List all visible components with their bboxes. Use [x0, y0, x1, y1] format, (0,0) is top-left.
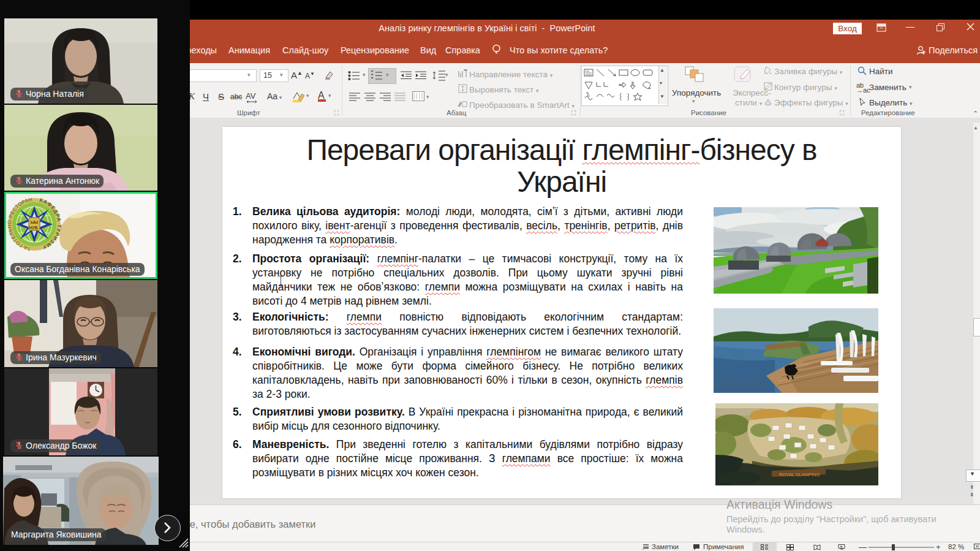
svg-text:ROYAL GLAMPING: ROYAL GLAMPING: [779, 472, 820, 477]
svg-text:НУВ: НУВ: [29, 226, 38, 230]
